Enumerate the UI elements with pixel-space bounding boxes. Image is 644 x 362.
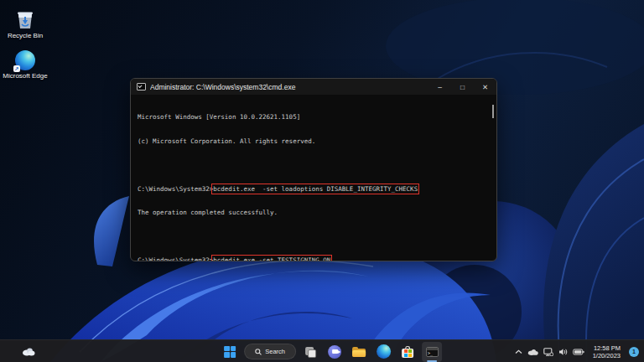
onedrive-tray-icon[interactable] (527, 349, 538, 355)
command-prompt-icon (426, 347, 439, 357)
minimize-button[interactable]: – (428, 79, 451, 95)
terminal-output[interactable]: Microsoft Windows [Version 10.0.22621.11… (131, 95, 496, 261)
active-app-indicator (427, 360, 437, 362)
shortcut-arrow-badge: ↗ (13, 65, 20, 72)
weather-cloud-icon (22, 347, 35, 356)
task-view-button[interactable] (300, 342, 320, 362)
battery-tray-icon[interactable] (573, 349, 584, 355)
show-hidden-icons-button[interactable] (515, 349, 522, 354)
cmd-window-icon (137, 83, 146, 90)
window-title: Administrator: C:\Windows\system32\cmd.e… (150, 83, 428, 91)
search-label: Search (265, 348, 285, 355)
desktop-icon-label: Microsoft Edge (3, 72, 47, 80)
start-button[interactable] (220, 342, 240, 362)
notification-badge[interactable]: 1 (629, 347, 639, 357)
chat-button[interactable] (325, 342, 345, 362)
windows-logo-icon (224, 346, 236, 358)
titlebar[interactable]: Administrator: C:\Windows\system32\cmd.e… (131, 79, 496, 95)
search-box[interactable]: Search (244, 344, 296, 359)
widgets-button[interactable] (18, 342, 39, 362)
desktop: Recycle Bin ↗ Microsoft Edge Administrat… (0, 0, 644, 362)
terminal-line: Microsoft Windows [Version 10.0.22621.11… (138, 113, 488, 122)
store-button[interactable] (397, 342, 418, 362)
recycle-bin-icon (14, 7, 36, 30)
close-button[interactable]: ✕ (474, 79, 496, 95)
terminal-scrollbar[interactable] (490, 95, 496, 261)
chevron-up-icon (515, 349, 522, 354)
network-tray-icon[interactable] (543, 348, 553, 356)
maximize-button[interactable]: □ (451, 79, 474, 95)
network-icon (543, 348, 553, 356)
chat-icon (328, 345, 341, 359)
desktop-icon-recycle-bin[interactable]: Recycle Bin (2, 7, 49, 39)
taskbar-clock[interactable]: 12:58 PM 1/20/2023 (593, 344, 621, 359)
terminal-line: (c) Microsoft Corporation. All rights re… (138, 137, 488, 146)
edge-icon: ↗ (15, 50, 35, 70)
window-controls: – □ ✕ (428, 79, 496, 95)
edge-button[interactable] (373, 342, 393, 362)
speaker-icon (558, 348, 568, 356)
clock-time: 12:58 PM (593, 344, 621, 352)
terminal-command-line: C:\Windows\System32>bcdedit.exe -set TES… (138, 256, 488, 261)
terminal-command-line: C:\Windows\System32>bcdedit.exe -set loa… (138, 185, 488, 194)
prompt: C:\Windows\System32> (138, 256, 213, 261)
command-prompt-button-active[interactable] (422, 342, 442, 362)
highlighted-command: bcdedit.exe -set TESTSIGNING ON (213, 256, 330, 261)
edge-icon (377, 344, 391, 359)
onedrive-cloud-icon (527, 349, 538, 355)
clock-date: 1/20/2023 (593, 352, 621, 359)
desktop-icon-label: Recycle Bin (8, 32, 43, 39)
desktop-icon-microsoft-edge[interactable]: ↗ Microsoft Edge (2, 50, 49, 80)
highlighted-command: bcdedit.exe -set loadoptions DISABLE_INT… (213, 185, 418, 193)
terminal-line (138, 233, 488, 241)
file-explorer-button[interactable] (349, 342, 369, 362)
microsoft-store-icon (402, 346, 413, 358)
cmd-window: Administrator: C:\Windows\system32\cmd.e… (130, 78, 497, 261)
volume-tray-icon[interactable] (558, 348, 568, 356)
search-icon (255, 349, 262, 355)
prompt: C:\Windows\System32> (138, 185, 213, 193)
terminal-line: The operation completed successfully. (138, 209, 488, 217)
battery-icon (573, 349, 584, 355)
taskbar: Search (0, 339, 644, 362)
file-explorer-icon (352, 347, 366, 357)
scrollbar-thumb[interactable] (492, 105, 494, 118)
terminal-line (138, 161, 488, 169)
